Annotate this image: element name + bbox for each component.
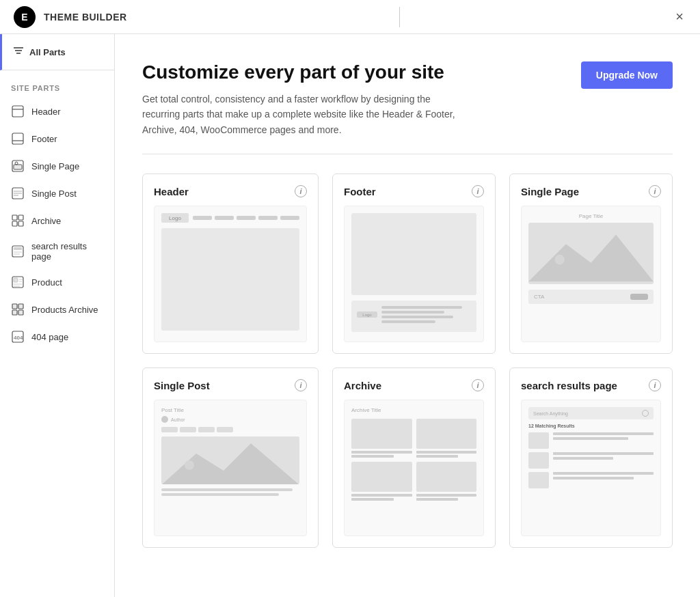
result-line-1a xyxy=(553,432,654,435)
archive-grid xyxy=(351,419,476,501)
archive-item-2 xyxy=(416,419,477,458)
elementor-logo: E xyxy=(14,6,36,28)
archive-icon xyxy=(11,214,25,227)
archive-card[interactable]: Archive i Archive Title xyxy=(332,367,496,548)
single-post-card-title: Single Post xyxy=(154,380,210,391)
all-parts-button[interactable]: All Parts xyxy=(0,34,114,70)
svg-rect-19 xyxy=(14,247,22,250)
sidebar-item-single-page-label: Single Page xyxy=(31,161,79,171)
footer-icon xyxy=(11,132,25,145)
svg-rect-3 xyxy=(12,106,23,117)
results-count: 12 Matching Results xyxy=(528,424,654,428)
result-line-3a xyxy=(553,472,654,475)
sidebar-item-footer-label: Footer xyxy=(31,134,57,144)
single-page-preview-title: Page Title xyxy=(528,213,654,219)
sidebar-item-archive[interactable]: Archive xyxy=(0,207,114,234)
sidebar-item-products-archive[interactable]: Products Archive xyxy=(0,296,114,323)
header-card-info[interactable]: i xyxy=(295,185,307,197)
archive-line-1a xyxy=(351,451,412,454)
footer-preview-bar: Logo xyxy=(351,301,476,332)
nav-line-5 xyxy=(280,216,299,220)
result-item-2 xyxy=(528,452,654,469)
single-page-cta-area: CTA xyxy=(528,290,654,304)
sidebar-item-footer[interactable]: Footer xyxy=(0,125,114,152)
single-post-card[interactable]: Single Post i Post Title Author xyxy=(142,367,319,548)
app-title: THEME BUILDER xyxy=(44,12,127,23)
card-header-search-results: search results page i xyxy=(521,379,661,391)
sidebar-item-header[interactable]: Header xyxy=(0,98,114,125)
footer-line-4 xyxy=(381,320,435,323)
search-placeholder: Search Anything xyxy=(533,411,568,416)
sidebar-item-search-results-label: search results page xyxy=(31,241,103,262)
single-page-icon xyxy=(11,159,25,173)
result-item-1 xyxy=(528,432,654,449)
post-preview-title: Post Title xyxy=(161,407,299,413)
archive-thumb-1 xyxy=(351,419,412,449)
footer-card[interactable]: Footer i Logo xyxy=(332,173,496,354)
main-layout: All Parts SITE PARTS Header Footer xyxy=(0,34,700,597)
upgrade-button[interactable]: Upgrade Now xyxy=(581,61,673,89)
search-results-card[interactable]: search results page i Search Anything 12… xyxy=(509,367,673,548)
preview-nav xyxy=(193,216,299,220)
sidebar-item-404[interactable]: 404 404 page xyxy=(0,323,114,350)
search-bar-preview: Search Anything xyxy=(528,407,654,419)
archive-line-2a xyxy=(416,451,477,454)
result-item-3 xyxy=(528,472,654,488)
archive-card-title: Archive xyxy=(344,380,381,391)
main-description: Get total control, consistency and a fas… xyxy=(142,92,470,137)
tag-3 xyxy=(198,427,215,432)
result-thumb-2 xyxy=(528,452,549,469)
sidebar-item-404-label: 404 page xyxy=(31,332,68,342)
footer-card-preview: Logo xyxy=(344,206,484,342)
sidebar-item-single-post[interactable]: Single Post xyxy=(0,180,114,207)
post-line-2 xyxy=(161,493,279,496)
card-header-single-post: Single Post i xyxy=(154,379,307,391)
result-lines-1 xyxy=(553,432,654,449)
sidebar-item-search-results[interactable]: search results page xyxy=(0,234,114,268)
header-card-title: Header xyxy=(154,186,189,197)
main-content: Customize every part of your site Get to… xyxy=(115,34,700,597)
author-avatar xyxy=(161,416,168,423)
products-archive-icon xyxy=(11,303,25,316)
svg-text:404: 404 xyxy=(14,335,23,341)
archive-thumb-4 xyxy=(416,462,477,492)
sidebar-item-product[interactable]: Product xyxy=(0,268,114,296)
single-page-card-title: Single Page xyxy=(521,186,579,197)
archive-thumb-2 xyxy=(416,419,477,449)
single-page-card-info[interactable]: i xyxy=(649,185,661,197)
post-line-1 xyxy=(161,488,293,491)
svg-rect-31 xyxy=(18,310,23,315)
single-post-card-info[interactable]: i xyxy=(295,379,307,391)
single-page-card[interactable]: Single Page i Page Title CTA xyxy=(509,173,673,354)
sidebar-item-products-archive-label: Products Archive xyxy=(31,305,98,315)
cards-grid: Header i Logo xyxy=(142,173,673,548)
post-author-name: Author xyxy=(171,417,185,422)
result-lines-2 xyxy=(553,452,654,469)
svg-rect-15 xyxy=(18,215,23,220)
sidebar-item-product-label: Product xyxy=(31,277,62,288)
search-results-card-info[interactable]: i xyxy=(649,379,661,391)
post-tags-row xyxy=(161,427,299,432)
header-card[interactable]: Header i Logo xyxy=(142,173,319,354)
footer-line-3 xyxy=(381,316,453,318)
svg-rect-29 xyxy=(18,304,23,309)
nav-line-1 xyxy=(193,216,212,220)
sidebar-item-single-page[interactable]: Single Page xyxy=(0,152,114,180)
card-header-header: Header i xyxy=(154,185,307,197)
close-button[interactable]: × xyxy=(673,6,686,27)
header-preview-body xyxy=(161,228,299,331)
footer-card-info[interactable]: i xyxy=(472,185,484,197)
search-results-card-title: search results page xyxy=(521,380,617,391)
footer-preview-lines xyxy=(381,306,471,323)
archive-card-info[interactable]: i xyxy=(472,379,484,391)
topbar: E THEME BUILDER × xyxy=(0,0,700,34)
svg-rect-16 xyxy=(12,221,17,226)
filter-icon xyxy=(13,45,24,59)
post-author-row: Author xyxy=(161,416,299,423)
svg-point-9 xyxy=(15,162,18,165)
footer-line-2 xyxy=(381,311,444,314)
result-lines-3 xyxy=(553,472,654,488)
header-icon xyxy=(11,105,25,118)
svg-point-36 xyxy=(554,255,565,265)
result-line-1b xyxy=(553,437,628,440)
